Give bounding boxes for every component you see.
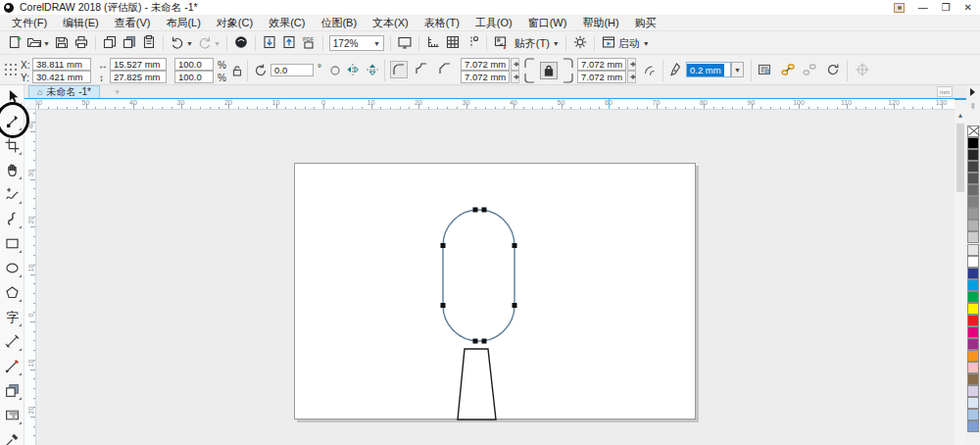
target-crosshair-icon[interactable] xyxy=(855,62,870,77)
x-position-field[interactable] xyxy=(32,58,91,71)
menu-item-1[interactable]: 编辑(E) xyxy=(55,14,107,32)
selection-node[interactable] xyxy=(513,243,517,248)
open-folder[interactable]: ▼ xyxy=(24,33,52,53)
corner-radius-br-field[interactable] xyxy=(577,71,626,83)
snap-image[interactable] xyxy=(491,33,511,53)
snap-label[interactable]: 贴齐(T)▼ xyxy=(511,33,562,53)
redo[interactable]: ▼ xyxy=(195,33,222,53)
corner-radius-bl-field[interactable] xyxy=(461,71,510,83)
bezier-tool[interactable] xyxy=(2,209,23,229)
swatch-70%-black[interactable] xyxy=(967,173,979,184)
options-gear[interactable] xyxy=(570,33,590,53)
horizontal-ruler[interactable]: 6050403020100102030405060708090100110120… xyxy=(36,99,955,110)
swatch-light-blue[interactable] xyxy=(967,409,979,420)
ruler-units-button[interactable]: mm xyxy=(937,86,953,97)
menu-item-6[interactable]: 位图(B) xyxy=(313,14,365,32)
unlink-icon[interactable] xyxy=(802,62,817,77)
swatch-brown[interactable] xyxy=(967,373,979,385)
pick-tool[interactable] xyxy=(2,86,23,107)
swatch-blue-gray[interactable] xyxy=(967,420,979,432)
document-page[interactable] xyxy=(294,163,696,420)
swatch-40%-black[interactable] xyxy=(967,208,979,220)
relative-corner-scaling-icon[interactable] xyxy=(643,62,659,77)
corner-tr-spinner[interactable] xyxy=(627,58,636,71)
menu-item-7[interactable]: 文本(X) xyxy=(365,14,416,32)
scale-lock-icon[interactable] xyxy=(229,63,245,78)
pan-tool[interactable] xyxy=(2,160,23,180)
duplicate[interactable] xyxy=(120,33,139,53)
minimize-button[interactable]: — xyxy=(918,3,928,13)
dimension-tool[interactable] xyxy=(2,331,23,352)
text-wrap-icon[interactable] xyxy=(757,62,772,77)
copy[interactable] xyxy=(100,33,120,53)
swatch-magenta[interactable] xyxy=(967,326,979,338)
account-icon[interactable] xyxy=(894,3,905,13)
menu-item-0[interactable]: 文件(F) xyxy=(4,14,55,32)
corner-radius-tl-field[interactable] xyxy=(461,58,510,71)
scalloped-corner-button[interactable] xyxy=(414,61,429,76)
connector-tool[interactable] xyxy=(2,356,23,376)
palette-options-icon[interactable]: ✎ xyxy=(967,101,978,112)
mirror-horizontal-button[interactable] xyxy=(345,62,361,77)
menu-item-11[interactable]: 帮助(H) xyxy=(574,14,626,32)
swatch-10%-black[interactable] xyxy=(967,244,979,256)
menu-item-4[interactable]: 对象(C) xyxy=(209,14,261,32)
vertical-scrollbar[interactable]: ▲ xyxy=(955,110,966,445)
menu-item-8[interactable]: 表格(T) xyxy=(416,14,467,32)
shape-tool[interactable] xyxy=(2,111,23,131)
swatch-60%-black[interactable] xyxy=(967,184,979,196)
swatch-red[interactable] xyxy=(967,315,979,326)
round-corner-button[interactable] xyxy=(390,61,408,78)
scale-v-field[interactable] xyxy=(174,71,214,83)
outline-width-combo[interactable]: 0.2 mm xyxy=(686,62,731,77)
new-tab-button[interactable]: + xyxy=(115,87,120,97)
swatch-blue[interactable] xyxy=(967,268,979,279)
export[interactable] xyxy=(279,33,299,53)
restore-button[interactable]: ❐ xyxy=(942,3,951,13)
selection-node[interactable] xyxy=(482,208,487,213)
swatch-orange[interactable] xyxy=(967,350,979,362)
corner-tl-spinner[interactable] xyxy=(511,58,519,71)
menu-item-9[interactable]: 工具(O) xyxy=(467,14,520,32)
document-tab[interactable]: ⌂ 未命名 -1* xyxy=(28,85,100,98)
import[interactable] xyxy=(260,33,279,53)
zoom-combo[interactable]: 172%▼ xyxy=(327,33,386,53)
rounded-rectangle-shape[interactable] xyxy=(443,210,514,341)
swatch-pale-blue[interactable] xyxy=(967,397,979,409)
corner-lock-icon[interactable] xyxy=(540,62,558,79)
corner-br-spinner[interactable] xyxy=(627,71,636,83)
zoom-dropdown-arrow[interactable]: ▼ xyxy=(373,40,380,47)
crop-tool[interactable] xyxy=(2,135,23,156)
swatch-80%-black[interactable] xyxy=(967,161,979,173)
redo-dropdown-arrow[interactable]: ▼ xyxy=(214,40,220,47)
transparency-tool[interactable] xyxy=(2,405,23,425)
y-position-field[interactable] xyxy=(32,71,91,83)
close-button[interactable]: ✕ xyxy=(964,3,972,13)
snap-label-dropdown-arrow[interactable]: ▼ xyxy=(553,40,560,47)
undo[interactable]: ▼ xyxy=(168,33,195,53)
corner-bl-spinner[interactable] xyxy=(511,71,519,83)
ellipse-tool[interactable] xyxy=(2,258,23,278)
drawing-canvas[interactable] xyxy=(36,110,955,445)
selection-node[interactable] xyxy=(473,339,478,344)
rotation-angle-field[interactable] xyxy=(270,64,314,76)
show-grid[interactable] xyxy=(443,33,463,53)
save[interactable] xyxy=(52,33,72,53)
undo-dropdown-arrow[interactable]: ▼ xyxy=(186,40,193,47)
ruler-origin-corner[interactable] xyxy=(24,99,36,110)
selection-node[interactable] xyxy=(441,303,446,308)
menu-item-12[interactable]: 购买 xyxy=(627,14,664,32)
swatch-none[interactable] xyxy=(967,125,979,137)
scale-h-field[interactable] xyxy=(174,58,214,71)
swatch-lavender[interactable] xyxy=(967,385,979,397)
outline-width-dropdown-button[interactable]: ▼ xyxy=(731,62,744,77)
selection-node[interactable] xyxy=(473,208,478,213)
color-eyedropper-tool[interactable] xyxy=(2,429,23,445)
launch-window[interactable]: 启动▼ xyxy=(599,33,652,53)
show-rulers[interactable] xyxy=(423,33,443,53)
selection-node[interactable] xyxy=(513,303,517,308)
search-content[interactable] xyxy=(231,33,251,53)
publish-pdf[interactable]: PDF xyxy=(299,33,318,53)
mirror-vertical-button[interactable] xyxy=(365,62,380,77)
print[interactable] xyxy=(72,33,91,53)
